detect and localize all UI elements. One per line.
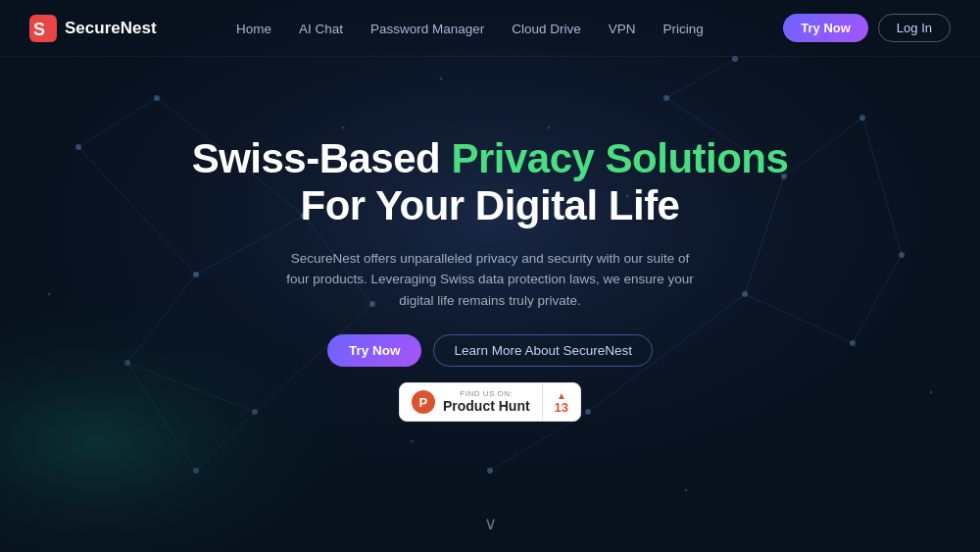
nav-cloud-drive[interactable]: Cloud Drive	[512, 22, 581, 36]
scroll-indicator: ∨	[484, 513, 497, 534]
product-hunt-icon: P	[412, 390, 435, 414]
product-hunt-text: FIND US ON: Product Hunt	[443, 390, 530, 414]
chevron-down-icon: ∨	[484, 514, 497, 533]
hero-section: Swiss-Based Privacy Solutions For Your D…	[0, 57, 980, 422]
nav-ai-chat[interactable]: AI Chat	[299, 22, 343, 36]
nav-home[interactable]: Home	[236, 22, 271, 36]
nav-pricing[interactable]: Pricing	[663, 22, 704, 36]
brand-icon: S	[29, 15, 57, 42]
hero-buttons: Try Now Learn More About SecureNest	[327, 334, 653, 367]
hero-heading-line2: For Your Digital Life	[301, 182, 680, 228]
hero-heading-highlight: Privacy Solutions	[451, 135, 788, 181]
nav-vpn[interactable]: VPN	[609, 22, 636, 36]
nav-login-button[interactable]: Log In	[878, 14, 951, 42]
product-hunt-upvote[interactable]: ▲ 13	[543, 385, 580, 420]
hero-try-button[interactable]: Try Now	[327, 334, 422, 367]
nav-password-manager[interactable]: Password Manager	[370, 22, 484, 36]
brand-logo[interactable]: S SecureNest	[29, 15, 157, 42]
upvote-count: 13	[555, 401, 568, 414]
nav-actions: Try Now Log In	[783, 14, 951, 42]
product-hunt-left: P FIND US ON: Product Hunt	[400, 384, 543, 420]
hero-learn-more-button[interactable]: Learn More About SecureNest	[433, 334, 653, 367]
hero-heading-plain: Swiss-Based	[192, 135, 452, 181]
hero-heading: Swiss-Based Privacy Solutions For Your D…	[192, 135, 789, 230]
brand-name: SecureNest	[65, 19, 157, 38]
svg-text:S: S	[33, 20, 45, 39]
nav-links: Home AI Chat Password Manager Cloud Driv…	[236, 20, 704, 37]
nav-try-button[interactable]: Try Now	[783, 14, 868, 42]
hero-description: SecureNest offers unparalleled privacy a…	[284, 248, 696, 312]
product-hunt-badge[interactable]: P FIND US ON: Product Hunt ▲ 13	[399, 382, 581, 422]
navbar: S SecureNest Home AI Chat Password Manag…	[0, 0, 980, 57]
product-hunt-name: Product Hunt	[443, 399, 530, 414]
